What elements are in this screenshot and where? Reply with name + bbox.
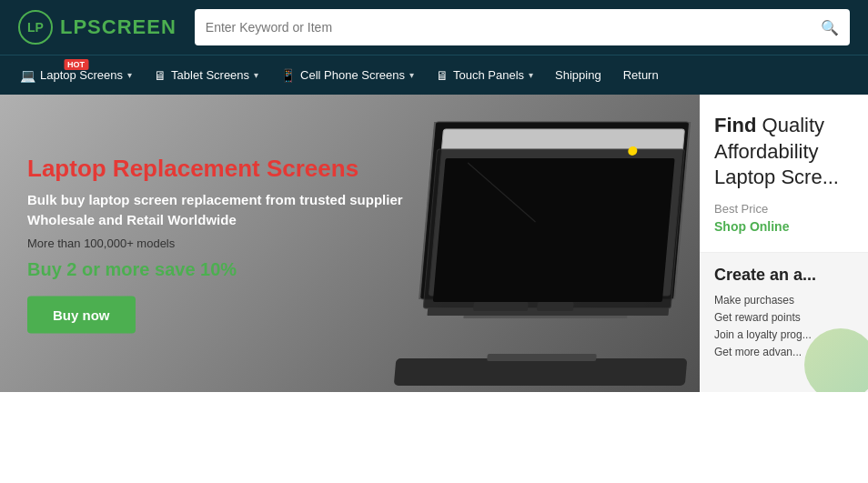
nav-label-laptop: Laptop Screens [40,68,123,82]
hero-subtitle2: Wholesale and Retail Worldwide [27,211,403,226]
hot-badge: HOT [64,59,88,70]
sidebar-item-laptop-screens[interactable]: HOT 💻 Laptop Screens ▾ [9,55,143,95]
nav-label-shipping: Shipping [555,68,601,82]
sidebar-find-quality: Find Quality Affordability Laptop Scre..… [700,95,868,253]
logo-icon: LP [18,10,53,45]
sidebar-item-cell-phone-screens[interactable]: 📱 Cell Phone Screens ▾ [269,55,425,95]
sidebar-create-account: Create an a... Make purchases Get reward… [700,253,868,392]
laptop-icon: 💻 [20,68,35,83]
header: LP LPSCREEN 🔍 [0,0,868,55]
hero-models: More than 100,000+ models [27,236,403,249]
hero-discount: Buy 2 or more save 10% [27,258,403,279]
search-icon: 🔍 [821,19,839,36]
laptop-label: Laptop Scre... [714,166,839,188]
sidebar-item-shipping[interactable]: Shipping [544,55,612,95]
nav-bar: HOT 💻 Laptop Screens ▾ 🖥 Tablet Screens … [0,55,868,95]
svg-rect-3 [433,158,675,302]
chevron-down-icon-2: ▾ [254,70,258,80]
find-label: Find [714,114,756,136]
nav-label-cell: Cell Phone Screens [300,68,405,82]
main-content: Laptop Replacement Screens Bulk buy lapt… [0,95,868,392]
best-price-label: Best Price [714,202,853,216]
chevron-down-icon-3: ▾ [409,70,414,80]
hero-content: Laptop Replacement Screens Bulk buy lapt… [27,154,403,333]
logo-text: LPSCREEN [60,15,177,39]
tablet-icon: 🖥 [154,68,167,83]
affordability-label: Affordability [714,140,819,163]
nav-label-tablet: Tablet Screens [171,68,249,82]
logo-area: LP LPSCREEN [18,10,177,45]
sidebar-item-return[interactable]: Return [612,55,670,95]
nav-label-return: Return [623,68,659,82]
hero-title: Laptop Replacement Screens [27,154,403,182]
create-account-title: Create an a... [714,266,853,285]
create-line-2: Get reward points [714,309,853,327]
chevron-down-icon: ▾ [127,70,132,80]
sidebar-headline: Find Quality Affordability Laptop Scre..… [714,113,853,191]
svg-rect-10 [473,302,529,311]
svg-rect-9 [487,354,597,361]
quality-label: Quality [762,114,824,136]
sidebar-item-tablet-screens[interactable]: 🖥 Tablet Screens ▾ [143,55,269,95]
buy-now-button[interactable]: Buy now [27,296,136,333]
sidebar-item-touch-panels[interactable]: 🖥 Touch Panels ▾ [425,55,544,95]
nav-label-touch: Touch Panels [453,68,524,82]
search-input[interactable] [206,20,821,35]
shop-online-link[interactable]: Shop Online [714,219,853,234]
create-line-1: Make purchases [714,292,853,309]
chevron-down-icon-4: ▾ [529,70,533,80]
right-sidebar: Find Quality Affordability Laptop Scre..… [700,95,868,392]
search-bar[interactable]: 🔍 [195,9,850,45]
touch-icon: 🖥 [436,68,449,83]
hero-subtitle1: Bulk buy laptop screen replacement from … [27,191,403,206]
svg-rect-11 [537,302,574,311]
cell-icon: 📱 [280,68,296,83]
svg-rect-8 [394,358,688,386]
svg-rect-7 [463,316,627,318]
hero-banner: Laptop Replacement Screens Bulk buy lapt… [0,95,700,392]
